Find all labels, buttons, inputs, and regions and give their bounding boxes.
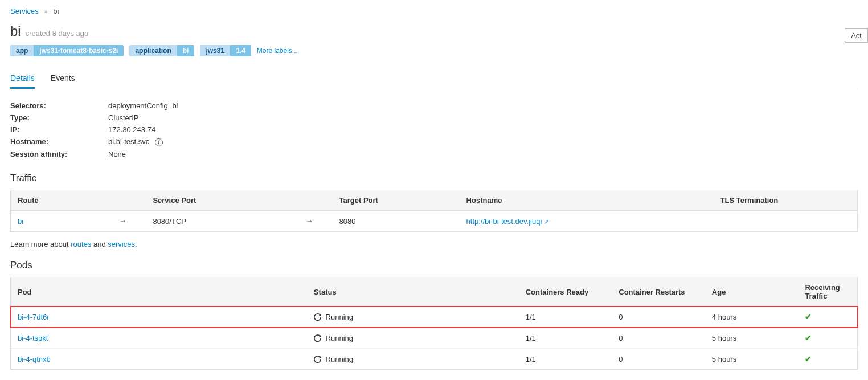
- th-tls: TLS Termination: [714, 190, 858, 211]
- title-row: bi created 8 days ago: [10, 23, 858, 39]
- ip-label: IP:: [10, 125, 108, 134]
- breadcrumb: Services » bi: [10, 7, 858, 15]
- pod-status-cell: Running: [307, 349, 519, 370]
- pod-status-cell: Running: [307, 307, 519, 328]
- th-route: Route: [11, 190, 112, 211]
- pod-ready-cell: 1/1: [519, 328, 612, 349]
- traffic-heading: Traffic: [10, 173, 858, 184]
- learn-more-text: Learn more about routes and services.: [10, 240, 858, 248]
- pod-age-cell: 5 hours: [705, 349, 799, 370]
- page-title: bi: [10, 23, 21, 39]
- actions-button[interactable]: Act: [845, 28, 868, 43]
- pods-table: Pod Status Containers Ready Container Re…: [10, 277, 858, 370]
- label-pair[interactable]: jws31 1.4: [200, 45, 251, 56]
- check-icon: ✔: [805, 354, 812, 363]
- pod-restarts-cell: 0: [612, 349, 705, 370]
- selectors-value: deploymentConfig=bi: [108, 101, 178, 110]
- pod-ready-cell: 1/1: [519, 307, 612, 328]
- tabs: Details Events: [10, 69, 858, 89]
- route-link[interactable]: bi: [18, 217, 23, 226]
- pods-heading: Pods: [10, 260, 858, 271]
- th-target-port: Target Port: [333, 190, 460, 211]
- pod-ready-cell: 1/1: [519, 349, 612, 370]
- details-grid: Selectors: deploymentConfig=bi Type: Clu…: [10, 100, 858, 160]
- th-pod: Pod: [11, 277, 307, 307]
- more-labels-link[interactable]: More labels...: [257, 47, 298, 55]
- check-icon: ✔: [805, 312, 812, 321]
- hostname-link[interactable]: http://bi-bi-test.dev.jiuqi↗: [466, 217, 550, 226]
- arrow-icon: →: [119, 216, 127, 226]
- pod-restarts-cell: 0: [612, 328, 705, 349]
- th-age: Age: [705, 277, 799, 307]
- tab-events[interactable]: Events: [51, 69, 75, 89]
- pod-receiving-cell: ✔: [798, 307, 857, 328]
- label-key: application: [129, 45, 177, 56]
- breadcrumb-current: bi: [53, 7, 59, 15]
- label-value: jws31-tomcat8-basic-s2i: [34, 45, 124, 56]
- pod-link[interactable]: bi-4-7dt6r: [18, 313, 50, 321]
- labels-row: app jws31-tomcat8-basic-s2i application …: [10, 45, 858, 56]
- label-key: jws31: [200, 45, 230, 56]
- tls-cell: [714, 211, 858, 232]
- label-value: 1.4: [230, 45, 251, 56]
- pod-link[interactable]: bi-4-tspkt: [18, 334, 48, 342]
- ip-value: 172.30.243.74: [108, 125, 155, 134]
- th-receiving: Receiving Traffic: [798, 277, 857, 307]
- label-pair[interactable]: application bi: [129, 45, 194, 56]
- label-pair[interactable]: app jws31-tomcat8-basic-s2i: [10, 45, 124, 56]
- tab-details[interactable]: Details: [10, 69, 35, 89]
- pod-receiving-cell: ✔: [798, 328, 857, 349]
- label-value: bi: [177, 45, 195, 56]
- pod-row: bi-4-7dt6r Running1/104 hours✔: [11, 307, 858, 328]
- services-link[interactable]: services: [108, 240, 135, 248]
- selectors-label: Selectors:: [10, 101, 108, 110]
- external-link-icon: ↗: [544, 218, 549, 225]
- th-hostname: Hostname: [460, 190, 714, 211]
- pod-restarts-cell: 0: [612, 307, 705, 328]
- th-restarts: Container Restarts: [612, 277, 705, 307]
- pod-age-cell: 4 hours: [705, 307, 799, 328]
- pod-row: bi-4-qtnxb Running1/105 hours✔: [11, 349, 858, 370]
- refresh-icon: [314, 313, 324, 321]
- info-icon[interactable]: i: [155, 138, 163, 146]
- pod-row: bi-4-tspkt Running1/105 hours✔: [11, 328, 858, 349]
- breadcrumb-root-link[interactable]: Services: [10, 7, 39, 15]
- affinity-label: Session affinity:: [10, 150, 108, 158]
- pod-receiving-cell: ✔: [798, 349, 857, 370]
- refresh-icon: [314, 355, 324, 363]
- target-port-cell: 8080: [333, 211, 460, 232]
- arrow-icon: →: [305, 216, 313, 226]
- service-port-cell: 8080/TCP: [146, 211, 298, 232]
- hostname-value: bi.bi-test.svc i: [108, 137, 163, 146]
- breadcrumb-separator: »: [44, 8, 47, 15]
- th-service-port: Service Port: [146, 190, 298, 211]
- th-status: Status: [307, 277, 519, 307]
- hostname-label: Hostname:: [10, 137, 108, 146]
- check-icon: ✔: [805, 333, 812, 342]
- affinity-value: None: [108, 150, 126, 158]
- label-key: app: [10, 45, 34, 56]
- type-label: Type:: [10, 113, 108, 122]
- pod-age-cell: 5 hours: [705, 328, 799, 349]
- pod-link[interactable]: bi-4-qtnxb: [18, 355, 51, 363]
- traffic-table: Route Service Port Target Port Hostname …: [10, 190, 858, 232]
- routes-link[interactable]: routes: [71, 240, 91, 248]
- refresh-icon: [314, 334, 324, 342]
- th-ready: Containers Ready: [519, 277, 612, 307]
- traffic-row: bi → 8080/TCP → 8080 http://bi-bi-test.d…: [11, 211, 858, 232]
- type-value: ClusterIP: [108, 113, 138, 122]
- pod-status-cell: Running: [307, 328, 519, 349]
- title-meta: created 8 days ago: [26, 29, 89, 38]
